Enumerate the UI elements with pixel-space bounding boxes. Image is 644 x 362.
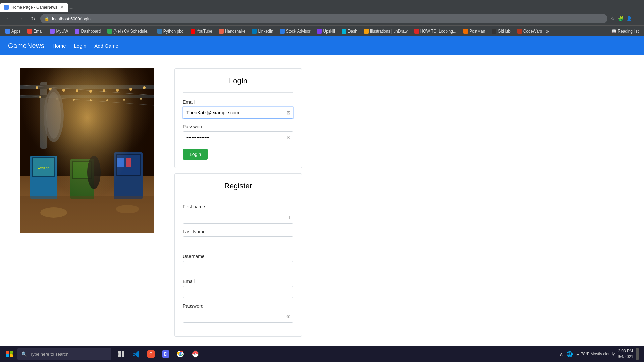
bookmark-dashboard-label: Dashboard	[81, 29, 101, 34]
password-input-wrapper: ⊠	[183, 131, 293, 143]
back-button[interactable]: ←	[4, 14, 13, 23]
svg-rect-27	[30, 156, 57, 199]
bookmark-illustrations[interactable]: Illustrations | unDraw	[361, 28, 410, 34]
game-icon[interactable]	[189, 348, 201, 360]
username-input[interactable]	[183, 261, 293, 273]
neil-icon	[107, 29, 112, 34]
email-input-wrapper: ⊠	[183, 107, 293, 119]
clock-display[interactable]: 2:03 PM 9/4/2021	[618, 348, 633, 360]
bookmark-gmail[interactable]: Email	[24, 28, 46, 34]
git-icon[interactable]: G	[145, 348, 157, 360]
codewars-icon	[517, 29, 522, 34]
start-button[interactable]	[3, 347, 16, 361]
nav-home-link[interactable]: Home	[52, 43, 66, 49]
bookmark-github[interactable]: GitHub	[489, 28, 513, 34]
gmail-icon	[27, 29, 32, 34]
svg-point-14	[129, 88, 132, 90]
email-form-group: Email ⊠	[183, 99, 293, 119]
svg-point-9	[62, 89, 65, 92]
register-password-form-group: Password 👁	[183, 303, 293, 323]
bookmark-apps-label: Apps	[11, 29, 20, 34]
bookmark-neil[interactable]: (Neil) C# Schedule...	[105, 28, 153, 34]
tab-favicon	[4, 5, 9, 10]
bookmark-youtube[interactable]: YouTube	[188, 28, 215, 34]
email-clear-icon[interactable]: ⊠	[287, 110, 291, 115]
address-bar-actions: ☆ 🧩 👤 ⋮	[610, 15, 640, 22]
vscode-icon[interactable]	[130, 348, 142, 360]
bookmark-star-button[interactable]: ☆	[610, 15, 616, 22]
bookmark-linkedin-label: LinkedIn	[258, 29, 273, 34]
svg-rect-32	[70, 159, 94, 199]
bookmark-myuw[interactable]: MyUW	[47, 28, 71, 34]
svg-point-8	[49, 88, 52, 90]
svg-point-7	[36, 86, 38, 89]
chrome-icon[interactable]	[174, 348, 186, 360]
bookmark-codewars[interactable]: CodeWars	[515, 28, 545, 34]
tab-close-button[interactable]: ✕	[60, 5, 64, 10]
forward-button[interactable]: →	[16, 14, 25, 23]
bookmark-dash-label: Dash	[348, 29, 357, 34]
win-logo-cell-2	[10, 351, 13, 354]
svg-point-25	[44, 88, 64, 142]
bookmark-youtube-label: YouTube	[197, 29, 212, 34]
bookmark-handshake[interactable]: Handshake	[216, 28, 248, 34]
nav-add-game-link[interactable]: Add Game	[94, 43, 118, 49]
svg-rect-4	[20, 85, 154, 89]
username-label: Username	[183, 254, 293, 259]
extension-button[interactable]: 🧩	[617, 15, 624, 22]
howto-icon	[414, 29, 419, 34]
bookmark-howto[interactable]: HOW TO: Looping...	[412, 28, 459, 34]
illustrations-icon	[364, 29, 369, 34]
svg-rect-46	[118, 354, 121, 357]
svg-point-22	[123, 99, 125, 101]
active-tab[interactable]: Home Page - GameNews ✕	[0, 3, 68, 12]
password-input[interactable]	[183, 131, 293, 143]
chevron-up-icon[interactable]: ∧	[559, 351, 564, 357]
lock-icon: 🔒	[44, 16, 49, 21]
taskbar-search[interactable]: 🔍 Type here to search	[17, 348, 111, 360]
taskview-button[interactable]	[115, 348, 127, 360]
bookmark-python[interactable]: Python pbd	[155, 28, 186, 34]
bookmarks-more-button[interactable]: »	[546, 28, 549, 34]
bookmark-apps[interactable]: Apps	[3, 28, 23, 34]
nav-login-link[interactable]: Login	[74, 43, 87, 49]
discord-icon-shape: D	[162, 350, 169, 358]
svg-rect-1	[20, 176, 154, 233]
network-icon[interactable]: 🌐	[566, 351, 573, 357]
register-email-input[interactable]	[183, 286, 293, 298]
bookmark-reading-list[interactable]: 📖 Reading list	[609, 28, 641, 34]
show-desktop-button[interactable]	[636, 348, 639, 360]
discord-icon[interactable]: D	[160, 348, 172, 360]
address-bar[interactable]: 🔒 localhost:5000/login	[40, 14, 607, 23]
login-title: Login	[183, 77, 293, 85]
firstname-input[interactable]	[183, 212, 293, 224]
lastname-input-wrapper	[183, 236, 293, 248]
email-input[interactable]	[183, 107, 293, 119]
bookmark-dash[interactable]: Dash	[339, 28, 360, 34]
apps-icon	[5, 29, 10, 34]
bookmark-upskill[interactable]: Upskill	[314, 28, 337, 34]
profile-button[interactable]: 👤	[626, 15, 633, 22]
address-bar-row: ← → ↻ 🔒 localhost:5000/login ☆ 🧩 👤 ⋮	[0, 12, 644, 25]
bookmark-stock[interactable]: Stock Advisor	[277, 28, 313, 34]
menu-button[interactable]: ⋮	[634, 15, 640, 22]
bookmark-linkedin[interactable]: LinkedIn	[249, 28, 276, 34]
windows-logo	[6, 351, 13, 357]
refresh-button[interactable]: ↻	[28, 14, 38, 23]
bookmark-github-label: GitHub	[498, 29, 510, 34]
svg-point-42	[40, 207, 67, 218]
register-password-input[interactable]	[183, 311, 293, 323]
weather-text: 78°F Mostly cloudy	[581, 352, 615, 356]
bookmark-postman[interactable]: PostMan	[461, 28, 488, 34]
register-password-toggle-icon[interactable]: 👁	[286, 314, 291, 319]
new-tab-button[interactable]: +	[69, 5, 73, 12]
svg-point-23	[140, 98, 142, 100]
github-icon	[492, 29, 496, 34]
svg-rect-3	[40, 82, 47, 149]
login-button[interactable]: Login	[183, 149, 208, 160]
login-card: Login Email ⊠ Password ⊠ Login	[174, 68, 302, 168]
bookmark-dashboard[interactable]: Dashboard	[72, 28, 103, 34]
password-toggle-icon[interactable]: ⊠	[287, 135, 291, 140]
firstname-info-icon: ℹ	[289, 215, 291, 220]
lastname-input[interactable]	[183, 236, 293, 248]
